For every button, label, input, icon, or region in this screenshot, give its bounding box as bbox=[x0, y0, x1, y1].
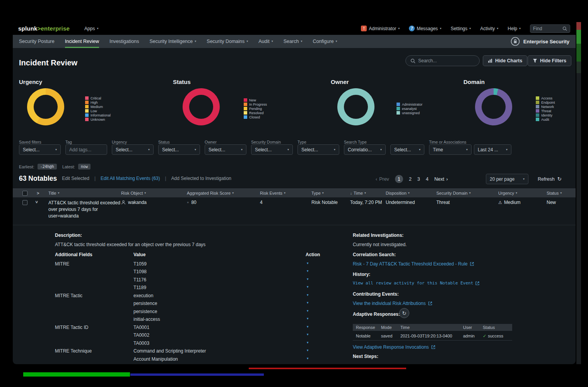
logo-enterprise: enterprise bbox=[41, 25, 70, 32]
col-status[interactable]: Status▾ bbox=[547, 191, 562, 195]
action-caret-icon[interactable]: ▾ bbox=[307, 301, 309, 305]
nav-configure[interactable]: Configure▾ bbox=[313, 35, 337, 48]
col-security-domain[interactable]: Security Domain▾ bbox=[436, 191, 471, 195]
notable-title[interactable]: ATT&CK tactic threshold exceeded over pr… bbox=[48, 200, 120, 219]
nav-security-domains[interactable]: Security Domains▾ bbox=[207, 35, 248, 48]
owner-donut[interactable] bbox=[337, 88, 374, 125]
earliest-value[interactable]: -24h@h bbox=[38, 164, 57, 170]
edit-selected-button[interactable]: Edit Selected bbox=[62, 176, 89, 181]
disposition-cell: Undetermined bbox=[386, 200, 415, 205]
row-checkbox[interactable] bbox=[22, 200, 27, 205]
help-menu[interactable]: Help▾ bbox=[508, 26, 521, 31]
correlation-search-link[interactable]: Risk - 7 Day ATT&CK Tactic Threshold Exc… bbox=[353, 261, 474, 267]
messages-menu[interactable]: 7 Messages▾ bbox=[409, 26, 441, 31]
page-3-button[interactable]: 3 bbox=[417, 176, 420, 182]
field-value: TA0001 bbox=[133, 325, 149, 330]
page-4-button[interactable]: 4 bbox=[426, 176, 429, 182]
risk-events-link[interactable]: 4 bbox=[260, 200, 263, 205]
nav-investigations[interactable]: Investigations bbox=[109, 35, 139, 48]
chevron-right-icon: > bbox=[37, 191, 39, 195]
legend-swatch bbox=[85, 113, 89, 117]
prev-page-button[interactable]: ‹Prev bbox=[376, 176, 389, 182]
field-row: TA0003▾ bbox=[13, 341, 576, 348]
action-caret-icon[interactable]: ▾ bbox=[307, 317, 309, 320]
activity-menu[interactable]: Activity▾ bbox=[480, 26, 498, 31]
adaptive-invocations-link[interactable]: View Adaptive Response Invocations bbox=[353, 344, 435, 350]
link-text: View the individual Risk Attributions bbox=[353, 301, 426, 306]
expand-column-header: > bbox=[37, 191, 39, 195]
col-label: Risk Events bbox=[260, 191, 282, 195]
latest-value[interactable]: now bbox=[78, 164, 91, 170]
legend-label: Resolved bbox=[249, 111, 264, 115]
nav-audit[interactable]: Audit▾ bbox=[258, 35, 273, 48]
status-select[interactable]: Select...▾ bbox=[158, 144, 200, 155]
col-risk-events[interactable]: Risk Events▾ bbox=[260, 191, 285, 195]
nav-security-intelligence[interactable]: Security Intelligence▾ bbox=[149, 35, 196, 48]
page-1-button[interactable]: 1 bbox=[395, 175, 403, 183]
security-domain-select[interactable]: Select...▾ bbox=[251, 144, 293, 155]
col-time[interactable]: ↓Time▾ bbox=[350, 191, 366, 195]
collapse-row-chevron[interactable]: > bbox=[36, 199, 38, 205]
description-label: Description: bbox=[55, 233, 82, 238]
search-type-select[interactable]: Correlatio...▾ bbox=[344, 144, 386, 155]
nav-search[interactable]: Search▾ bbox=[284, 35, 303, 48]
administrator-menu[interactable]: ! Administrator▾ bbox=[361, 26, 400, 31]
col-type[interactable]: Type▾ bbox=[311, 191, 324, 195]
adaptive-refresh-button[interactable]: ↻ bbox=[399, 308, 409, 318]
action-caret-icon[interactable]: ▾ bbox=[307, 356, 309, 360]
col-title[interactable]: Title▾ bbox=[48, 191, 59, 195]
find-input[interactable] bbox=[533, 26, 560, 31]
type-select[interactable]: Select...▾ bbox=[297, 144, 339, 155]
action-caret-icon[interactable]: ▾ bbox=[307, 332, 309, 336]
owner-select[interactable]: Select...▾ bbox=[205, 144, 246, 155]
col-risk-object[interactable]: Risk Object▾ bbox=[121, 191, 146, 195]
page-2-button[interactable]: 2 bbox=[409, 176, 412, 182]
time-select[interactable]: Time▾ bbox=[429, 144, 472, 155]
time-range-select[interactable]: Last 24 ...▾ bbox=[474, 144, 511, 155]
refresh-button[interactable]: Refresh↻ bbox=[538, 174, 562, 184]
history-link[interactable]: View all review activity for this Notabl… bbox=[353, 281, 479, 286]
filter-type: Type Select...▾ bbox=[297, 140, 339, 155]
action-caret-icon[interactable]: ▾ bbox=[307, 348, 309, 352]
action-caret-icon[interactable]: ▾ bbox=[307, 309, 309, 313]
apps-menu[interactable]: Apps▾ bbox=[84, 26, 98, 31]
col-aggregated-risk-score[interactable]: Aggregated Risk Score▾ bbox=[187, 191, 234, 195]
per-page-select[interactable]: 20 per page▾ bbox=[486, 174, 528, 184]
urgency-select[interactable]: Select...▾ bbox=[112, 144, 154, 155]
action-caret-icon[interactable]: ▾ bbox=[307, 277, 309, 281]
col-urgency[interactable]: Urgency▾ bbox=[498, 191, 517, 195]
contributing-events-link[interactable]: View the individual Risk Attributions bbox=[353, 301, 432, 306]
col-disposition[interactable]: Disposition▾ bbox=[386, 191, 410, 195]
adaptive-response-link[interactable]: Notable bbox=[356, 334, 371, 338]
settings-menu[interactable]: Settings▾ bbox=[451, 26, 471, 31]
main-nav: Security Posture Incident Review Investi… bbox=[13, 35, 576, 48]
action-caret-icon[interactable]: ▾ bbox=[307, 341, 309, 344]
legend-swatch bbox=[85, 109, 89, 113]
action-caret-icon[interactable]: ▾ bbox=[307, 325, 309, 329]
action-caret-icon[interactable]: ▾ bbox=[307, 293, 309, 297]
hide-filters-button[interactable]: Hide Filters bbox=[528, 55, 571, 66]
legend-label: Medium bbox=[91, 105, 103, 109]
tag-input[interactable] bbox=[65, 144, 107, 155]
user-icon bbox=[121, 200, 126, 205]
saved-filters-select[interactable]: Select...▾ bbox=[19, 144, 61, 155]
action-caret-icon[interactable]: ▾ bbox=[307, 269, 309, 273]
status-donut[interactable] bbox=[183, 88, 220, 125]
domain-donut[interactable] bbox=[475, 88, 512, 125]
nav-incident-review[interactable]: Incident Review bbox=[65, 35, 99, 48]
select-all-checkbox[interactable] bbox=[22, 191, 27, 196]
search-type-select-2[interactable]: Select...▾ bbox=[390, 144, 424, 155]
legend-swatch bbox=[536, 109, 539, 113]
action-caret-icon[interactable]: ▾ bbox=[307, 261, 309, 265]
incident-search-input[interactable] bbox=[418, 58, 475, 63]
nav-security-posture[interactable]: Security Posture bbox=[19, 35, 55, 48]
hide-charts-button[interactable]: Hide Charts bbox=[483, 55, 527, 66]
caret-down-icon: ▾ bbox=[55, 148, 57, 151]
action-caret-icon[interactable]: ▾ bbox=[307, 285, 309, 289]
risk-object-cell[interactable]: wakanda bbox=[121, 200, 147, 205]
notables-bar: 63 Notables Edit Selected | Edit All Mat… bbox=[19, 173, 231, 183]
next-page-button[interactable]: Next› bbox=[434, 176, 448, 182]
add-to-investigation-button[interactable]: Add Selected to Investigation bbox=[171, 176, 231, 181]
urgency-donut[interactable] bbox=[27, 88, 64, 125]
edit-all-matching-link[interactable]: Edit All Matching Events (63) bbox=[101, 176, 160, 181]
